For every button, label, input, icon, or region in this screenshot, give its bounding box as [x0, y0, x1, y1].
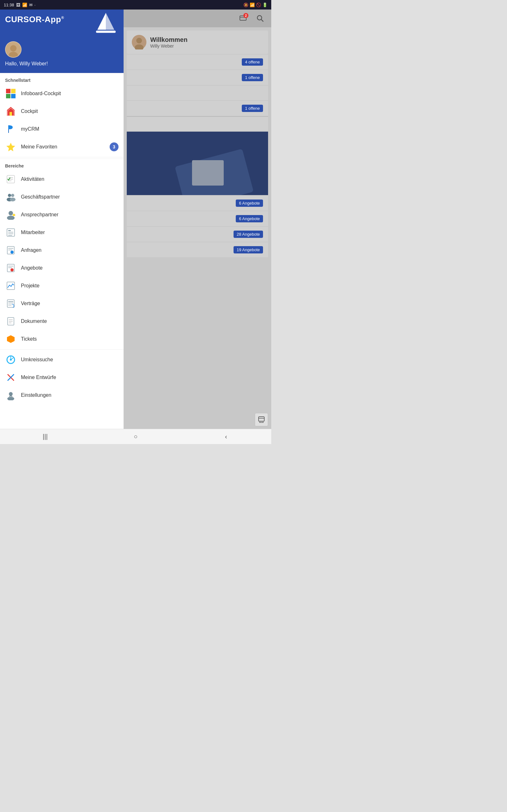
sidebar-item-infoboard-cockpit[interactable]: Infoboard-Cockpit [0, 85, 124, 102]
avatar [5, 41, 21, 58]
sidebar-item-meine-entwuerfe[interactable]: Meine Entwürfe [0, 368, 124, 386]
umkreissuche-label: Umkreissuche [21, 357, 118, 362]
wifi-icon: 📶 [250, 3, 255, 7]
sidebar-item-ansprechpartner[interactable]: Ansprechpartner [0, 206, 124, 223]
sidebar-item-vertraege[interactable]: Verträge [0, 295, 124, 312]
tickets-icon [5, 334, 16, 345]
favoriten-icon [5, 141, 16, 153]
list-row-1[interactable]: 4 offene [127, 55, 268, 69]
favoriten-badge: 3 [110, 142, 118, 151]
status-bar-left: 11:38 🖼 📶 ✉ · [4, 3, 36, 7]
angebote-row-3[interactable]: 28 Angebote [127, 227, 268, 242]
nav-back-button[interactable]: ‹ [181, 429, 271, 444]
aktivitaeten-icon [5, 173, 16, 185]
open-badge-1: 4 offene [242, 58, 263, 66]
svg-line-61 [261, 19, 263, 21]
anfragen-label: Anfragen [21, 247, 118, 253]
main-content: 2 Willkommen Willy Weber [124, 9, 271, 429]
entwuerfe-label: Meine Entwürfe [21, 374, 118, 380]
svg-point-57 [7, 397, 14, 400]
sidebar-item-cockpit[interactable]: Cockpit [0, 102, 124, 120]
svg-rect-9 [11, 94, 15, 98]
cockpit-icon [5, 106, 16, 117]
geschaeftspartner-label: Geschäftspartner [21, 194, 118, 200]
sidebar: CURSOR-App® Hallo, Willy Weber! Sc [0, 9, 124, 429]
notification-button[interactable]: 2 [237, 12, 249, 24]
svg-point-20 [11, 194, 14, 197]
section-bereiche: Bereiche [0, 159, 124, 170]
app-title: CURSOR-App® [5, 14, 64, 24]
mitarbeiter-icon [5, 227, 16, 238]
search-button[interactable] [254, 12, 266, 24]
svg-rect-7 [11, 89, 15, 93]
svg-point-22 [9, 211, 13, 215]
bottom-nav: ||| ○ ‹ [0, 429, 271, 444]
no-signal-icon: 🚫 [256, 3, 261, 7]
sidebar-item-meine-favoriten[interactable]: Meine Favoriten 3 [0, 138, 124, 156]
angebote-row-1[interactable]: 6 Angebote [127, 196, 268, 211]
svg-rect-2 [96, 31, 116, 33]
angebote-badge-2: 6 Angebote [236, 215, 263, 222]
anfragen-icon [5, 245, 16, 256]
umkreissuche-icon [5, 354, 16, 365]
svg-point-4 [10, 45, 16, 51]
svg-point-21 [10, 198, 15, 201]
svg-rect-40 [7, 300, 14, 307]
angebote-icon [5, 262, 16, 274]
sidebar-item-tickets[interactable]: Tickets [0, 330, 124, 348]
mycrm-icon [5, 123, 16, 135]
entwuerfe-icon [5, 372, 16, 383]
list-row-5 [127, 116, 268, 131]
list-row-2[interactable]: 1 offene [127, 70, 268, 85]
ansprechpartner-icon [5, 209, 16, 220]
sidebar-item-dokumente[interactable]: Dokumente [0, 312, 124, 330]
svg-point-53 [10, 359, 12, 361]
sidebar-item-aktivitaeten[interactable]: Aktivitäten [0, 170, 124, 188]
dokumente-icon [5, 316, 16, 327]
status-bar-right: 🔕 📶 🚫 🔋 [243, 3, 268, 7]
welcome-avatar [132, 35, 147, 49]
projekte-icon [5, 280, 16, 292]
image-shape2 [192, 160, 224, 186]
svg-rect-11 [9, 112, 12, 116]
sidebar-item-einstellungen[interactable]: Einstellungen [0, 386, 124, 404]
sidebar-item-umkreissuche[interactable]: Umkreissuche [0, 351, 124, 368]
vertraege-icon [5, 298, 16, 309]
cockpit-label: Cockpit [21, 108, 118, 114]
angebote-row-4[interactable]: 19 Angebote [127, 242, 268, 257]
sidebar-item-projekte[interactable]: Projekte [0, 277, 124, 295]
greeting: Hallo, Willy Weber! [5, 61, 118, 67]
welcome-text: Willkommen Willy Weber [150, 36, 187, 49]
svg-point-32 [10, 251, 14, 254]
sidebar-item-anfragen[interactable]: Anfragen [0, 241, 124, 259]
nav-menu-button[interactable]: ||| [0, 429, 90, 444]
nav-home-button[interactable]: ○ [90, 429, 181, 444]
status-bar: 11:38 🖼 📶 ✉ · 🔕 📶 🚫 🔋 [0, 0, 271, 9]
svg-point-23 [7, 216, 14, 220]
svg-point-36 [10, 268, 14, 271]
fab-button[interactable] [255, 413, 268, 426]
welcome-subtitle: Willy Weber [150, 44, 187, 49]
svg-rect-8 [6, 94, 10, 98]
list-row-4[interactable]: 1 offene [127, 101, 268, 116]
svg-marker-13 [6, 143, 15, 151]
geschaeftspartner-icon [5, 191, 16, 203]
sidebar-header: CURSOR-App® Hallo, Willy Weber! [0, 9, 124, 73]
aktivitaeten-label: Aktivitäten [21, 176, 118, 182]
svg-marker-0 [97, 13, 106, 30]
divider2 [0, 349, 124, 350]
angebote-badge-4: 19 Angebote [233, 246, 263, 253]
open-badge-2: 1 offene [242, 74, 263, 81]
sidebar-item-mycrm[interactable]: myCRM [0, 120, 124, 138]
list-row-3[interactable] [127, 86, 268, 100]
sidebar-item-mitarbeiter[interactable]: Mitarbeiter [0, 223, 124, 241]
svg-rect-65 [259, 417, 264, 421]
svg-point-18 [8, 194, 11, 197]
sidebar-item-geschaeftspartner[interactable]: Geschäftspartner [0, 188, 124, 206]
mycrm-label: myCRM [21, 126, 118, 132]
sidebar-item-angebote[interactable]: Angebote [0, 259, 124, 277]
section-schnellstart: Schnellstart [0, 73, 124, 85]
open-badge-3: 1 offene [242, 105, 263, 112]
main-body: Willkommen Willy Weber 4 offene 1 offene… [124, 27, 271, 261]
angebote-row-2[interactable]: 6 Angebote [127, 211, 268, 226]
